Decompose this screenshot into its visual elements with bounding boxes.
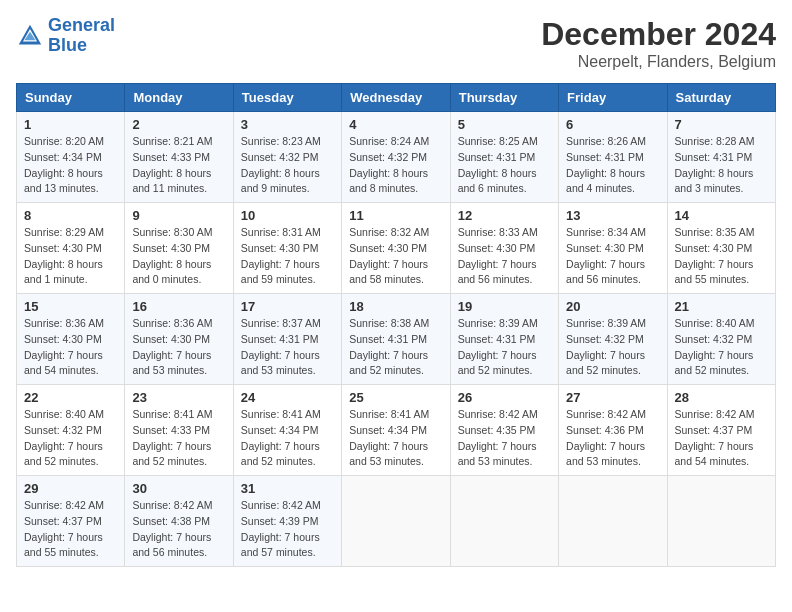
day-number: 13 <box>566 208 659 223</box>
day-info: Sunrise: 8:39 AMSunset: 4:31 PMDaylight:… <box>458 316 551 379</box>
day-number: 3 <box>241 117 334 132</box>
day-number: 12 <box>458 208 551 223</box>
day-number: 8 <box>24 208 117 223</box>
calendar-cell: 26Sunrise: 8:42 AMSunset: 4:35 PMDayligh… <box>450 385 558 476</box>
day-number: 25 <box>349 390 442 405</box>
day-number: 22 <box>24 390 117 405</box>
day-info: Sunrise: 8:39 AMSunset: 4:32 PMDaylight:… <box>566 316 659 379</box>
day-info: Sunrise: 8:31 AMSunset: 4:30 PMDaylight:… <box>241 225 334 288</box>
week-row-5: 29Sunrise: 8:42 AMSunset: 4:37 PMDayligh… <box>17 476 776 567</box>
day-info: Sunrise: 8:42 AMSunset: 4:39 PMDaylight:… <box>241 498 334 561</box>
day-info: Sunrise: 8:41 AMSunset: 4:34 PMDaylight:… <box>241 407 334 470</box>
column-header-thursday: Thursday <box>450 84 558 112</box>
day-info: Sunrise: 8:32 AMSunset: 4:30 PMDaylight:… <box>349 225 442 288</box>
day-number: 24 <box>241 390 334 405</box>
calendar-cell: 13Sunrise: 8:34 AMSunset: 4:30 PMDayligh… <box>559 203 667 294</box>
day-number: 5 <box>458 117 551 132</box>
subtitle: Neerpelt, Flanders, Belgium <box>541 53 776 71</box>
calendar-cell <box>450 476 558 567</box>
calendar-cell: 12Sunrise: 8:33 AMSunset: 4:30 PMDayligh… <box>450 203 558 294</box>
day-info: Sunrise: 8:35 AMSunset: 4:30 PMDaylight:… <box>675 225 768 288</box>
day-number: 31 <box>241 481 334 496</box>
column-header-sunday: Sunday <box>17 84 125 112</box>
calendar-cell: 7Sunrise: 8:28 AMSunset: 4:31 PMDaylight… <box>667 112 775 203</box>
day-info: Sunrise: 8:42 AMSunset: 4:36 PMDaylight:… <box>566 407 659 470</box>
calendar-cell: 27Sunrise: 8:42 AMSunset: 4:36 PMDayligh… <box>559 385 667 476</box>
week-row-2: 8Sunrise: 8:29 AMSunset: 4:30 PMDaylight… <box>17 203 776 294</box>
calendar-cell: 29Sunrise: 8:42 AMSunset: 4:37 PMDayligh… <box>17 476 125 567</box>
day-number: 7 <box>675 117 768 132</box>
day-number: 4 <box>349 117 442 132</box>
day-info: Sunrise: 8:37 AMSunset: 4:31 PMDaylight:… <box>241 316 334 379</box>
calendar-cell: 6Sunrise: 8:26 AMSunset: 4:31 PMDaylight… <box>559 112 667 203</box>
calendar-cell <box>559 476 667 567</box>
calendar-cell: 23Sunrise: 8:41 AMSunset: 4:33 PMDayligh… <box>125 385 233 476</box>
calendar-cell: 11Sunrise: 8:32 AMSunset: 4:30 PMDayligh… <box>342 203 450 294</box>
calendar-cell: 17Sunrise: 8:37 AMSunset: 4:31 PMDayligh… <box>233 294 341 385</box>
calendar-cell: 22Sunrise: 8:40 AMSunset: 4:32 PMDayligh… <box>17 385 125 476</box>
column-header-tuesday: Tuesday <box>233 84 341 112</box>
calendar-header-row: SundayMondayTuesdayWednesdayThursdayFrid… <box>17 84 776 112</box>
calendar-cell: 24Sunrise: 8:41 AMSunset: 4:34 PMDayligh… <box>233 385 341 476</box>
day-info: Sunrise: 8:29 AMSunset: 4:30 PMDaylight:… <box>24 225 117 288</box>
day-info: Sunrise: 8:24 AMSunset: 4:32 PMDaylight:… <box>349 134 442 197</box>
day-number: 1 <box>24 117 117 132</box>
day-number: 27 <box>566 390 659 405</box>
calendar-cell: 4Sunrise: 8:24 AMSunset: 4:32 PMDaylight… <box>342 112 450 203</box>
column-header-monday: Monday <box>125 84 233 112</box>
day-number: 14 <box>675 208 768 223</box>
day-number: 28 <box>675 390 768 405</box>
column-header-wednesday: Wednesday <box>342 84 450 112</box>
calendar-body: 1Sunrise: 8:20 AMSunset: 4:34 PMDaylight… <box>17 112 776 567</box>
day-info: Sunrise: 8:28 AMSunset: 4:31 PMDaylight:… <box>675 134 768 197</box>
day-number: 6 <box>566 117 659 132</box>
day-number: 23 <box>132 390 225 405</box>
week-row-3: 15Sunrise: 8:36 AMSunset: 4:30 PMDayligh… <box>17 294 776 385</box>
calendar-cell: 16Sunrise: 8:36 AMSunset: 4:30 PMDayligh… <box>125 294 233 385</box>
calendar-cell: 3Sunrise: 8:23 AMSunset: 4:32 PMDaylight… <box>233 112 341 203</box>
calendar-cell: 18Sunrise: 8:38 AMSunset: 4:31 PMDayligh… <box>342 294 450 385</box>
calendar-cell: 1Sunrise: 8:20 AMSunset: 4:34 PMDaylight… <box>17 112 125 203</box>
day-info: Sunrise: 8:36 AMSunset: 4:30 PMDaylight:… <box>132 316 225 379</box>
day-number: 21 <box>675 299 768 314</box>
day-info: Sunrise: 8:21 AMSunset: 4:33 PMDaylight:… <box>132 134 225 197</box>
calendar-cell <box>667 476 775 567</box>
calendar-cell: 20Sunrise: 8:39 AMSunset: 4:32 PMDayligh… <box>559 294 667 385</box>
header: General Blue December 2024 Neerpelt, Fla… <box>16 16 776 71</box>
day-number: 2 <box>132 117 225 132</box>
day-info: Sunrise: 8:40 AMSunset: 4:32 PMDaylight:… <box>675 316 768 379</box>
day-number: 9 <box>132 208 225 223</box>
day-info: Sunrise: 8:33 AMSunset: 4:30 PMDaylight:… <box>458 225 551 288</box>
logo-icon <box>16 22 44 50</box>
logo-text: General Blue <box>48 16 115 56</box>
day-number: 30 <box>132 481 225 496</box>
day-info: Sunrise: 8:30 AMSunset: 4:30 PMDaylight:… <box>132 225 225 288</box>
day-info: Sunrise: 8:26 AMSunset: 4:31 PMDaylight:… <box>566 134 659 197</box>
week-row-1: 1Sunrise: 8:20 AMSunset: 4:34 PMDaylight… <box>17 112 776 203</box>
calendar-cell: 14Sunrise: 8:35 AMSunset: 4:30 PMDayligh… <box>667 203 775 294</box>
day-number: 19 <box>458 299 551 314</box>
column-header-saturday: Saturday <box>667 84 775 112</box>
week-row-4: 22Sunrise: 8:40 AMSunset: 4:32 PMDayligh… <box>17 385 776 476</box>
calendar-cell: 9Sunrise: 8:30 AMSunset: 4:30 PMDaylight… <box>125 203 233 294</box>
day-info: Sunrise: 8:41 AMSunset: 4:34 PMDaylight:… <box>349 407 442 470</box>
main-title: December 2024 <box>541 16 776 53</box>
calendar-cell: 5Sunrise: 8:25 AMSunset: 4:31 PMDaylight… <box>450 112 558 203</box>
day-info: Sunrise: 8:36 AMSunset: 4:30 PMDaylight:… <box>24 316 117 379</box>
day-number: 15 <box>24 299 117 314</box>
calendar-cell: 19Sunrise: 8:39 AMSunset: 4:31 PMDayligh… <box>450 294 558 385</box>
calendar-cell: 30Sunrise: 8:42 AMSunset: 4:38 PMDayligh… <box>125 476 233 567</box>
day-info: Sunrise: 8:25 AMSunset: 4:31 PMDaylight:… <box>458 134 551 197</box>
calendar-cell: 28Sunrise: 8:42 AMSunset: 4:37 PMDayligh… <box>667 385 775 476</box>
day-info: Sunrise: 8:42 AMSunset: 4:37 PMDaylight:… <box>675 407 768 470</box>
day-number: 17 <box>241 299 334 314</box>
calendar-cell: 31Sunrise: 8:42 AMSunset: 4:39 PMDayligh… <box>233 476 341 567</box>
day-info: Sunrise: 8:20 AMSunset: 4:34 PMDaylight:… <box>24 134 117 197</box>
day-number: 26 <box>458 390 551 405</box>
title-block: December 2024 Neerpelt, Flanders, Belgiu… <box>541 16 776 71</box>
day-number: 29 <box>24 481 117 496</box>
calendar-cell: 8Sunrise: 8:29 AMSunset: 4:30 PMDaylight… <box>17 203 125 294</box>
calendar-cell: 15Sunrise: 8:36 AMSunset: 4:30 PMDayligh… <box>17 294 125 385</box>
calendar-cell: 10Sunrise: 8:31 AMSunset: 4:30 PMDayligh… <box>233 203 341 294</box>
day-info: Sunrise: 8:42 AMSunset: 4:37 PMDaylight:… <box>24 498 117 561</box>
